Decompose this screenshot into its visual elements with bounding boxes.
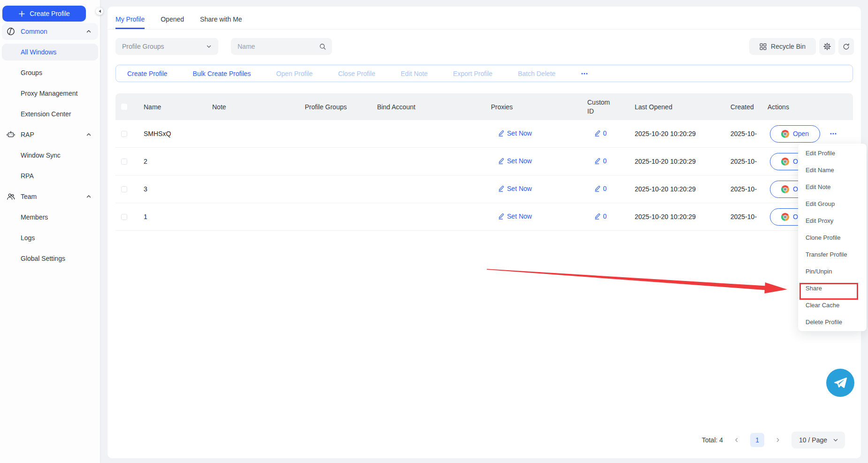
name-search-input[interactable] — [238, 43, 313, 50]
chevron-up-icon — [86, 132, 92, 137]
prev-page-button[interactable] — [734, 437, 739, 443]
custom-id-edit-link[interactable]: 0 — [594, 157, 607, 165]
plus-icon — [18, 10, 25, 17]
toolbar-more-button[interactable] — [581, 70, 588, 77]
set-proxy-link[interactable]: Set Now — [498, 129, 532, 137]
sidebar-item-logs[interactable]: Logs — [2, 229, 98, 246]
table-row: SMHSxQSet Now02025-10-20 10:20:292025-10… — [115, 120, 853, 148]
name-search-box — [231, 38, 332, 55]
menu-item-delete-profile[interactable]: Delete Profile — [798, 313, 867, 330]
custom-id-value: 0 — [603, 185, 607, 192]
page-size-select[interactable]: 10 / Page — [791, 432, 845, 448]
column-header-note: Note — [206, 103, 281, 111]
page-number-button[interactable]: 1 — [750, 433, 764, 447]
sidebar-section-team[interactable]: Team — [2, 188, 98, 205]
profile-groups-select[interactable]: Profile Groups — [115, 38, 218, 55]
sidebar-collapse-button[interactable] — [96, 8, 103, 15]
menu-item-share[interactable]: Share — [798, 280, 867, 296]
refresh-button[interactable] — [838, 38, 854, 55]
custom-id-edit-link[interactable]: 0 — [594, 213, 607, 220]
row-more-button[interactable] — [830, 130, 837, 137]
toolbar-create-profile[interactable]: Create Profile — [127, 70, 168, 77]
select-all-checkbox[interactable] — [121, 104, 127, 110]
page-size-value: 10 / Page — [799, 436, 827, 444]
sidebar-nav: CommonAll WindowsGroupsProxy ManagementE… — [2, 23, 98, 271]
chevron-up-icon — [86, 29, 92, 34]
set-proxy-link[interactable]: Set Now — [498, 213, 532, 220]
sidebar-section-common[interactable]: Common — [2, 23, 98, 40]
custom-id-edit-link[interactable]: 0 — [594, 129, 607, 137]
main-card: My ProfileOpenedShare with Me Profile Gr… — [108, 7, 861, 458]
created-cell: 2025-10- — [717, 213, 765, 220]
recycle-bin-button[interactable]: Recycle Bin — [749, 38, 816, 55]
column-header-last-opened: Last Opened — [619, 103, 717, 111]
next-page-button[interactable] — [775, 437, 781, 443]
created-cell: 2025-10- — [717, 185, 765, 193]
chevron-down-icon — [833, 437, 838, 443]
sidebar-item-window-sync[interactable]: Window Sync — [2, 147, 98, 164]
ellipsis-icon — [830, 130, 837, 137]
proxies-cell: Set Now — [422, 129, 582, 138]
profile-name-cell: 2 — [137, 158, 206, 165]
table-row: 1Set Now02025-10-20 10:20:292025-10-Open — [115, 203, 853, 231]
sidebar-item-label: RPA — [21, 172, 34, 180]
set-proxy-link[interactable]: Set Now — [498, 185, 532, 192]
menu-item-edit-group[interactable]: Edit Group — [798, 195, 867, 212]
menu-item-edit-profile[interactable]: Edit Profile — [798, 144, 867, 161]
custom-id-cell: 0 — [582, 185, 619, 193]
settings-button[interactable] — [819, 38, 835, 55]
chevron-up-icon — [86, 194, 92, 199]
row-checkbox[interactable] — [121, 186, 127, 192]
proxies-cell: Set Now — [422, 213, 582, 221]
row-select-cell — [115, 214, 137, 220]
set-proxy-link[interactable]: Set Now — [498, 157, 532, 165]
pagination-total: Total: 4 — [702, 436, 723, 444]
toolbar-bulk-create-profiles[interactable]: Bulk Create Profiles — [193, 70, 251, 77]
actions-cell: Open — [765, 125, 853, 143]
sidebar-item-label: Global Settings — [21, 255, 65, 262]
menu-item-clone-profile[interactable]: Clone Profile — [798, 229, 867, 246]
tab-share-with-me[interactable]: Share with Me — [200, 7, 242, 29]
create-profile-label: Create Profile — [30, 10, 70, 17]
created-cell: 2025-10- — [717, 130, 765, 137]
menu-item-clear-cache[interactable]: Clear Cache — [798, 296, 867, 313]
tabs-bar: My ProfileOpenedShare with Me — [108, 7, 861, 30]
create-profile-button[interactable]: Create Profile — [2, 6, 86, 22]
row-checkbox[interactable] — [121, 159, 127, 165]
menu-item-edit-name[interactable]: Edit Name — [798, 161, 867, 178]
search-icon[interactable] — [319, 43, 326, 50]
sidebar-item-extension-center[interactable]: Extension Center — [2, 106, 98, 122]
sidebar-item-rpa[interactable]: RPA — [2, 167, 98, 184]
telegram-button[interactable] — [826, 369, 854, 397]
proxies-cell: Set Now — [422, 185, 582, 193]
chevron-down-icon — [206, 44, 212, 49]
sidebar-section-rap[interactable]: RAP — [2, 126, 98, 143]
tab-my-profile[interactable]: My Profile — [115, 7, 145, 29]
sidebar-item-members[interactable]: Members — [2, 209, 98, 226]
tab-opened[interactable]: Opened — [161, 7, 184, 29]
sidebar-item-label: Proxy Management — [21, 90, 77, 97]
menu-item-edit-proxy[interactable]: Edit Proxy — [798, 212, 867, 229]
sidebar-item-groups[interactable]: Groups — [2, 64, 98, 81]
sidebar-item-proxy-management[interactable]: Proxy Management — [2, 85, 98, 102]
open-profile-button[interactable]: Open — [770, 125, 820, 143]
refresh-icon — [843, 43, 850, 50]
chrome-browser-icon — [781, 213, 789, 221]
profile-name-cell: SMHSxQ — [137, 130, 206, 137]
chrome-browser-icon — [781, 130, 789, 138]
sidebar-item-all-windows[interactable]: All Windows — [2, 44, 98, 61]
sidebar-item-global-settings[interactable]: Global Settings — [2, 250, 98, 267]
custom-id-edit-link[interactable]: 0 — [594, 185, 607, 192]
row-select-cell — [115, 131, 137, 137]
row-checkbox[interactable] — [121, 214, 127, 220]
row-select-cell — [115, 159, 137, 165]
menu-item-edit-note[interactable]: Edit Note — [798, 178, 867, 195]
column-header-bind-account: Bind Account — [371, 103, 422, 111]
menu-item-transfer-profile[interactable]: Transfer Profile — [798, 246, 867, 263]
chrome-browser-icon — [781, 158, 789, 166]
toolbar-export-profile: Export Profile — [453, 70, 492, 77]
row-checkbox[interactable] — [121, 131, 127, 137]
chevron-left-icon — [98, 9, 101, 13]
menu-item-pin-unpin[interactable]: Pin/Unpin — [798, 263, 867, 280]
team-icon — [7, 192, 15, 201]
